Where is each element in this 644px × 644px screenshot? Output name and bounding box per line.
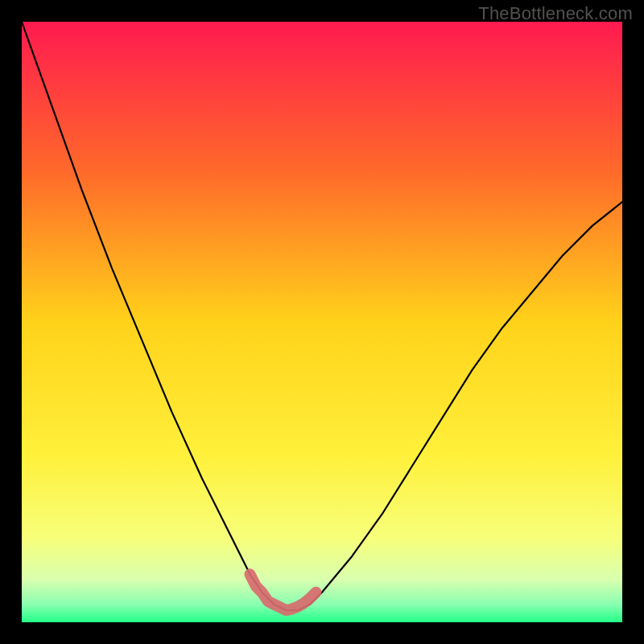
plot-background <box>22 22 622 622</box>
watermark-label: TheBottleneck.com <box>478 3 633 24</box>
chart-stage: TheBottleneck.com <box>0 0 644 644</box>
bottleneck-chart <box>0 0 644 644</box>
